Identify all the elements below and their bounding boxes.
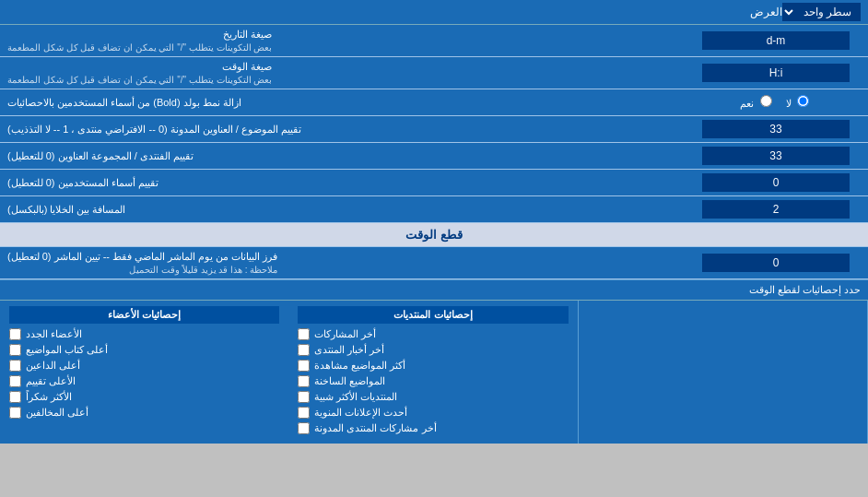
cell-spacing-label: المسافة بين الخلايا (بالبكسل) (0, 196, 684, 222)
date-format-label: صيغة التاريخ بعض التكوينات يتطلب "/" الت… (0, 25, 684, 56)
checkbox-top-warned[interactable] (9, 407, 21, 419)
remove-bold-label: ازالة نمط بولد (Bold) من أسماء المستخدمي… (0, 89, 684, 115)
time-cut-row: فرز البيانات من يوم الماشر الماضي فقط --… (0, 247, 868, 279)
radio-yes[interactable] (760, 95, 772, 107)
checkboxes-col1: إحصائيات الأعضاء الأعضاء الجدد أعلى كتاب… (0, 301, 288, 444)
checkbox-last-posts[interactable] (298, 328, 310, 340)
checkbox-item: أخر مشاركات المنتدى المدونة (298, 422, 568, 434)
forum-sort-row: تقييم الفنتدى / المجموعة العناوين (0 للت… (0, 143, 868, 170)
checkbox-item: المواضيع الساخنة (298, 375, 568, 387)
cell-spacing-input-container (684, 196, 868, 222)
checkbox-active-forums[interactable] (298, 391, 310, 403)
topic-sort-input[interactable] (702, 120, 850, 138)
time-format-input-container (684, 57, 868, 89)
date-format-input-container (684, 25, 868, 56)
checkbox-item: أكثر المواضيع مشاهدة (298, 360, 568, 372)
checkbox-item: الأعلى تقييم (9, 375, 279, 387)
checkbox-announcements[interactable] (298, 407, 310, 419)
time-cut-header: قطع الوقت (0, 223, 868, 247)
checkbox-item: أخر أخبار المنتدى (298, 344, 568, 356)
limit-row: حدد إحصائيات لقطع الوقت (0, 279, 868, 300)
checkboxes-section: إحصائيات المنتديات أخر المشاركات أخر أخب… (0, 300, 868, 444)
checkbox-item: أخر المشاركات (298, 328, 568, 340)
checkbox-top-posters[interactable] (9, 344, 21, 356)
checkbox-forum-news[interactable] (298, 344, 310, 356)
checkbox-most-viewed[interactable] (298, 360, 310, 372)
checkbox-hot-topics[interactable] (298, 375, 310, 387)
checkbox-item: أحدث الإعلانات المنوية (298, 407, 568, 419)
checkbox-item: أعلى المخالفين (9, 407, 279, 419)
radio-no-label: لا (786, 95, 812, 110)
user-sort-input-container (684, 170, 868, 195)
checkbox-item: أعلى كتاب المواضيع (9, 344, 279, 356)
time-format-row: صيغة الوقت بعض التكوينات يتطلب "/" التي … (0, 57, 868, 89)
remove-bold-radios: لا نعم (733, 93, 818, 112)
remove-bold-row: لا نعم ازالة نمط بولد (Bold) من أسماء ال… (0, 89, 868, 116)
display-select[interactable]: سطر واحد سطرين ثلاثة أسطر (782, 3, 861, 21)
user-sort-input[interactable] (702, 173, 850, 192)
checkboxes-col2: إحصائيات المنتديات أخر المشاركات أخر أخب… (288, 301, 578, 444)
topic-sort-row: تقييم الموضوع / العناوين المدونة (0 -- ا… (0, 116, 868, 143)
time-format-input[interactable] (702, 64, 850, 82)
checkbox-item: المنتديات الأكثر شبية (298, 391, 568, 403)
topic-sort-label: تقييم الموضوع / العناوين المدونة (0 -- ا… (0, 116, 684, 142)
forum-sort-input[interactable] (702, 147, 850, 165)
col2-header: إحصائيات المنتديات (298, 306, 568, 324)
radio-no[interactable] (797, 95, 809, 107)
time-cut-label: فرز البيانات من يوم الماشر الماضي فقط --… (0, 247, 684, 278)
radio-yes-label: نعم (740, 95, 774, 110)
checkbox-top-referrers[interactable] (9, 360, 21, 372)
cell-spacing-row: المسافة بين الخلايا (بالبكسل) (0, 196, 868, 223)
checkbox-top-rated[interactable] (9, 375, 21, 387)
forum-sort-label: تقييم الفنتدى / المجموعة العناوين (0 للت… (0, 143, 684, 169)
checkbox-item: الأكثر شكراً (9, 391, 279, 403)
checkbox-item: أعلى الداعين (9, 360, 279, 372)
date-format-row: صيغة التاريخ بعض التكوينات يتطلب "/" الت… (0, 25, 868, 57)
forum-sort-input-container (684, 143, 868, 169)
user-sort-label: تقييم أسماء المستخدمين (0 للتعطيل) (0, 170, 684, 195)
checkbox-forum-last-posts[interactable] (298, 422, 310, 434)
checkbox-item: الأعضاء الجدد (9, 328, 279, 340)
cell-spacing-input[interactable] (702, 200, 850, 219)
display-label: العرض (7, 6, 782, 18)
topic-sort-input-container (684, 116, 868, 142)
date-format-input[interactable] (702, 31, 850, 50)
limit-label: حدد إحصائيات لقطع الوقت (7, 284, 861, 296)
main-container: سطر واحد سطرين ثلاثة أسطر العرض صيغة الت… (0, 0, 868, 444)
time-cut-input-container (684, 247, 868, 278)
user-sort-row: تقييم أسماء المستخدمين (0 للتعطيل) (0, 170, 868, 196)
time-format-label: صيغة الوقت بعض التكوينات يتطلب "/" التي … (0, 57, 684, 89)
col1-header: إحصائيات الأعضاء (9, 306, 279, 324)
checkbox-new-members[interactable] (9, 328, 21, 340)
checkbox-most-thanked[interactable] (9, 391, 21, 403)
checkboxes-col3 (579, 301, 868, 444)
top-header-row: سطر واحد سطرين ثلاثة أسطر العرض (0, 0, 868, 25)
remove-bold-input-container: لا نعم (684, 89, 868, 115)
time-cut-input[interactable] (702, 254, 850, 272)
